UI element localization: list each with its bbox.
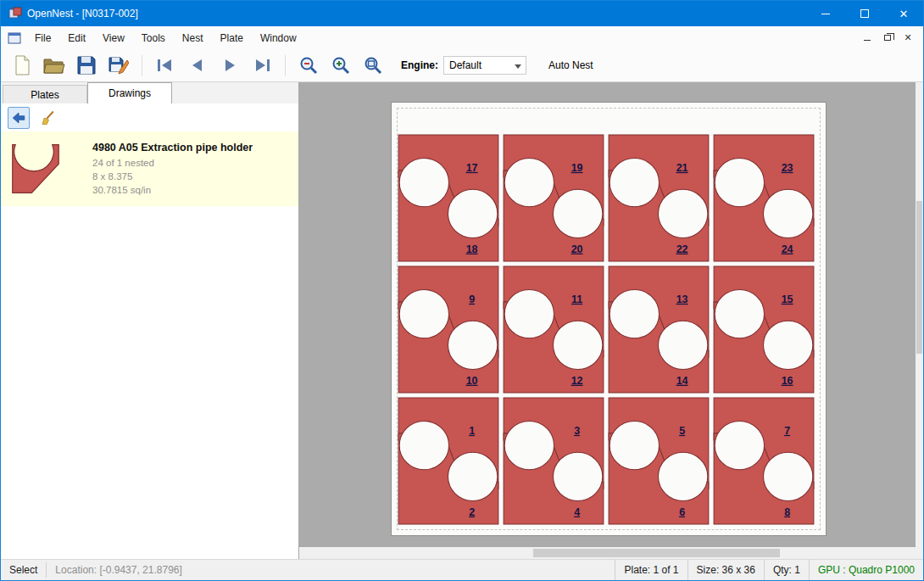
- nest-tile[interactable]: 34: [501, 395, 606, 527]
- new-button[interactable]: [8, 52, 36, 79]
- canvas-wrap: 171819202122232491011121314151612345678: [299, 82, 923, 559]
- open-folder-icon: [43, 56, 65, 75]
- menu-item-file[interactable]: File: [26, 28, 59, 48]
- menu-item-plate[interactable]: Plate: [212, 28, 252, 48]
- zoom-out-button[interactable]: [295, 52, 322, 79]
- part-number-top: 23: [782, 162, 793, 174]
- vertical-scrollbar-thumb[interactable]: [916, 201, 922, 354]
- status-plate: Plate: 1 of 1: [615, 560, 687, 580]
- part-number-bottom: 14: [676, 375, 688, 387]
- back-arrow-button[interactable]: [8, 107, 30, 129]
- menu-item-edit[interactable]: Edit: [59, 28, 94, 48]
- nav-prev-button[interactable]: [184, 52, 211, 79]
- nest-tile[interactable]: 12: [396, 395, 501, 527]
- part-number-bottom: 6: [679, 506, 685, 518]
- broom-icon: [40, 110, 55, 126]
- save-button[interactable]: [73, 52, 100, 79]
- drawing-area: 30.7815 sq/in: [92, 183, 253, 197]
- vertical-scrollbar[interactable]: [916, 82, 923, 547]
- mdi-close-icon: ✕: [904, 32, 911, 43]
- part-number-top: 3: [574, 425, 580, 437]
- mdi-minimize-button[interactable]: [857, 30, 877, 47]
- drawing-list-item[interactable]: 4980 A05 Extraction pipe holder 24 of 1 …: [1, 131, 298, 206]
- maximize-icon: [860, 9, 869, 18]
- engine-select[interactable]: Default: [443, 56, 526, 75]
- engine-label: Engine:: [401, 59, 438, 71]
- toolbar-separator: [142, 55, 142, 75]
- save-as-icon: [109, 55, 129, 75]
- save-icon: [77, 56, 96, 75]
- menu-item-view[interactable]: View: [94, 28, 133, 48]
- main-toolbar: Engine: Default Auto Nest: [1, 49, 923, 82]
- app-icon: [8, 7, 22, 20]
- maximize-button[interactable]: [845, 1, 884, 26]
- window-title: OpenNest - [N0317-002]: [27, 8, 138, 20]
- status-size: Size: 36 x 36: [687, 560, 764, 580]
- nav-next-button[interactable]: [216, 52, 243, 79]
- save-as-button[interactable]: [105, 52, 132, 79]
- zoom-window-icon: [364, 56, 382, 75]
- minimize-icon: [821, 14, 830, 14]
- nest-tile[interactable]: 1314: [606, 264, 711, 395]
- nest-tile[interactable]: 1718: [396, 132, 501, 264]
- mdi-restore-button[interactable]: [877, 30, 898, 47]
- part-number-top: 21: [676, 162, 688, 174]
- status-qty: Qty: 1: [764, 560, 809, 580]
- part-number-top: 19: [571, 162, 583, 174]
- nav-last-icon: [253, 58, 271, 73]
- tab-drawings[interactable]: Drawings: [87, 82, 172, 103]
- chevron-down-icon: [515, 64, 521, 69]
- titlebar: OpenNest - [N0317-002] ✕: [1, 1, 923, 26]
- part-number-top: 15: [782, 293, 793, 305]
- part-number-bottom: 22: [676, 243, 688, 255]
- minimize-button[interactable]: [806, 1, 845, 26]
- new-file-icon: [13, 55, 31, 75]
- drawings-panel-toolbar: [1, 103, 298, 131]
- part-number-top: 9: [469, 293, 475, 305]
- horizontal-scrollbar[interactable]: [299, 547, 916, 559]
- part-number-bottom: 24: [782, 243, 793, 255]
- part-number-bottom: 20: [571, 243, 583, 255]
- nest-tile[interactable]: 2122: [606, 132, 711, 264]
- plate-sheet[interactable]: 171819202122232491011121314151612345678: [391, 102, 827, 536]
- status-mode: Select: [1, 562, 46, 578]
- nav-next-icon: [220, 58, 239, 73]
- nest-tile[interactable]: 1516: [711, 264, 816, 395]
- menu-item-nest[interactable]: Nest: [174, 28, 212, 48]
- tab-plates[interactable]: Plates: [3, 85, 87, 103]
- nav-prev-icon: [188, 58, 207, 73]
- auto-nest-button[interactable]: Auto Nest: [542, 54, 600, 76]
- close-icon: ✕: [899, 8, 909, 20]
- nest-tile[interactable]: 1112: [501, 264, 606, 395]
- part-number-top: 13: [676, 293, 688, 305]
- part-number-bottom: 12: [571, 375, 583, 387]
- sidebar: Plates Drawings 498: [1, 82, 299, 559]
- status-gpu: GPU : Quadro P1000: [809, 560, 923, 580]
- nest-tile[interactable]: 56: [606, 395, 711, 527]
- nest-tile[interactable]: 910: [396, 264, 501, 395]
- mdi-close-button[interactable]: ✕: [898, 30, 918, 47]
- clean-button[interactable]: [36, 107, 58, 129]
- nest-tile[interactable]: 1920: [501, 132, 606, 264]
- nest-canvas[interactable]: 171819202122232491011121314151612345678: [299, 82, 916, 547]
- nest-tile[interactable]: 2324: [711, 132, 816, 264]
- nav-last-button[interactable]: [248, 52, 276, 79]
- scrollbar-corner: [916, 547, 923, 559]
- zoom-in-button[interactable]: [327, 52, 354, 79]
- toolbar-separator: [285, 55, 286, 75]
- mdi-minimize-icon: [864, 40, 871, 41]
- part-number-top: 7: [784, 425, 790, 437]
- menu-item-tools[interactable]: Tools: [133, 28, 174, 48]
- menu-item-window[interactable]: Window: [252, 28, 305, 48]
- close-button[interactable]: ✕: [884, 1, 923, 26]
- nest-tile[interactable]: 78: [711, 395, 816, 527]
- part-number-bottom: 8: [784, 506, 790, 518]
- horizontal-scrollbar-thumb[interactable]: [533, 549, 780, 557]
- open-button[interactable]: [41, 52, 68, 79]
- zoom-window-button[interactable]: [359, 52, 387, 79]
- statusbar: Select Location: [-0.9437, 21.8796] Plat…: [1, 559, 923, 580]
- status-location: Location: [-0.9437, 21.8796]: [47, 562, 190, 578]
- nav-first-button[interactable]: [152, 52, 179, 79]
- part-number-bottom: 4: [574, 506, 580, 518]
- nav-first-icon: [156, 58, 175, 73]
